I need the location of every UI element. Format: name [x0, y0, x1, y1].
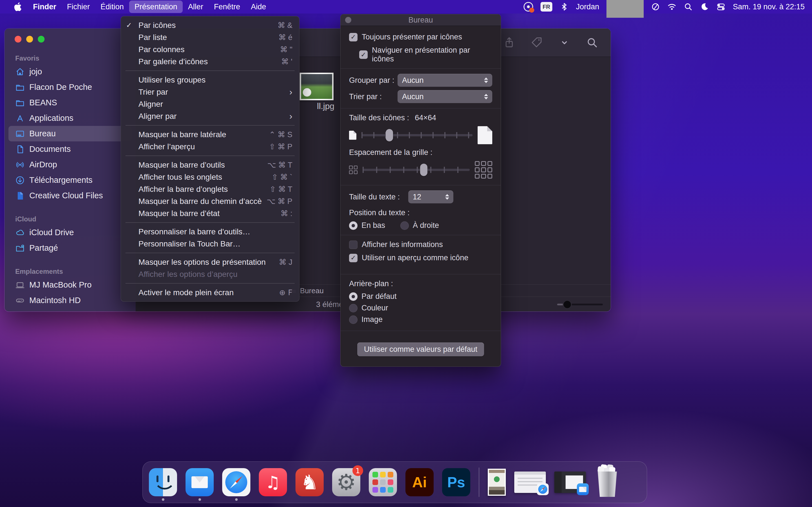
sidebar-item-mj-macbook-pro[interactable]: MJ MacBook Pro: [8, 277, 132, 293]
menu-item-trier-par[interactable]: Trier par›: [121, 86, 299, 98]
apple-menu[interactable]: [8, 1, 28, 13]
browse-icons-checkbox[interactable]: [359, 50, 368, 59]
dock-music[interactable]: ♫: [259, 468, 287, 496]
menu-fichier[interactable]: Fichier: [62, 1, 95, 13]
status-circle-icon[interactable]: [651, 2, 660, 11]
menu-item-par-colonnes[interactable]: Par colonnes⌘ ": [121, 43, 299, 55]
dock-knight-app[interactable]: ♞: [296, 468, 324, 496]
wifi-icon[interactable]: [667, 2, 676, 11]
file-thumbnail[interactable]: [300, 73, 334, 100]
sidebar-item-airdrop[interactable]: AirDrop: [8, 157, 132, 172]
menu-item-utiliser-les-groupes[interactable]: Utiliser les groupes: [121, 74, 299, 86]
use-as-defaults-button[interactable]: Utiliser comme valeurs par défaut: [357, 342, 484, 356]
dock-safari[interactable]: [222, 468, 250, 496]
menu-bar-clock[interactable]: Sam. 19 nov. à 22:15: [733, 3, 805, 11]
panel-title-bar[interactable]: Bureau: [341, 14, 501, 26]
zoom-button[interactable]: [38, 36, 45, 43]
dock-illustrator[interactable]: Ai: [405, 468, 434, 496]
menu-item-masquer-barre-etat[interactable]: Masquer la barre d’état⌘ :: [121, 207, 299, 219]
always-icons-checkbox[interactable]: [349, 33, 357, 41]
spotlight-search-icon[interactable]: [684, 2, 693, 11]
path-location[interactable]: Bureau: [300, 286, 324, 295]
dock-finder[interactable]: [149, 468, 177, 496]
menu-item-mode-plein-ecran[interactable]: Activer le mode plein écran⊕ F: [121, 286, 299, 298]
dock-minimized-mail-window[interactable]: [554, 471, 586, 493]
menu-item-personnaliser-touch-bar[interactable]: Personnaliser la Touch Bar…: [121, 238, 299, 250]
menu-item-masquer-barre-outils[interactable]: Masquer la barre d’outils⌥ ⌘ T: [121, 159, 299, 171]
show-info-checkbox[interactable]: [349, 240, 357, 249]
menu-item-personnaliser-barre-outils[interactable]: Personnaliser la barre d’outils…: [121, 226, 299, 238]
minimized-photo-thumbnail: [488, 469, 506, 496]
sidebar-item-creative-cloud-files[interactable]: Creative Cloud Files: [8, 188, 132, 203]
focus-moon-icon[interactable]: [700, 2, 709, 11]
dock-system-preferences[interactable]: ⚙ 1: [332, 468, 360, 496]
dock-trash[interactable]: [594, 467, 620, 497]
menu-aide[interactable]: Aide: [246, 1, 271, 13]
grid-spacing-slider[interactable]: [363, 164, 470, 176]
user-name[interactable]: Jordan: [576, 3, 599, 11]
menu-item-aligner-par[interactable]: Aligner par›: [121, 110, 299, 122]
menu-item-par-icones[interactable]: ✓Par icônes⌘ &: [121, 19, 299, 31]
menu-item-masquer-chemin-acces[interactable]: Masquer la barre du chemin d’accès⌥ ⌘ P: [121, 195, 299, 207]
menu-item-afficher-tous-onglets[interactable]: Afficher tous les onglets⇧ ⌘ `: [121, 171, 299, 183]
sidebar-item-macintosh-hd[interactable]: Macintosh HD: [8, 293, 132, 308]
menu-item-masquer-barre-laterale[interactable]: Masquer la barre latérale⌃ ⌘ S: [121, 128, 299, 140]
menu-item-aligner[interactable]: Aligner: [121, 98, 299, 110]
dock-mail[interactable]: [186, 468, 214, 496]
share-icon[interactable]: [503, 36, 515, 49]
menu-fenetre[interactable]: Fenêtre: [209, 1, 246, 13]
dock-minimized-safari-window[interactable]: [514, 471, 546, 493]
now-playing-icon[interactable]: [523, 2, 533, 11]
radio-couleur[interactable]: [349, 304, 357, 313]
dock-minimized-photo[interactable]: [488, 469, 506, 496]
control-center-icon[interactable]: [716, 2, 725, 11]
radio-en-bas[interactable]: [349, 221, 357, 230]
tag-icon[interactable]: [530, 36, 543, 49]
close-button[interactable]: [15, 36, 21, 43]
sidebar-item-applications[interactable]: Applications: [8, 110, 132, 126]
menu-finder[interactable]: Finder: [28, 1, 62, 13]
sort-by-select[interactable]: Aucun: [398, 90, 492, 103]
minimize-button[interactable]: [26, 36, 33, 43]
more-actions-chevron-icon[interactable]: [558, 36, 571, 49]
panel-close-button[interactable]: [345, 17, 351, 23]
grid-spacing-slider-thumb[interactable]: [420, 164, 427, 176]
menu-edition[interactable]: Édition: [95, 1, 130, 13]
menu-item-afficher-barre-onglets[interactable]: Afficher la barre d’onglets⇧ ⌘ T: [121, 183, 299, 195]
zoom-slider-knob[interactable]: [563, 300, 572, 309]
sidebar-item-flacon-de-poche[interactable]: Flacon De Poche: [8, 79, 132, 95]
text-position-label: Position du texte :: [349, 209, 410, 217]
sidebar-item-icloud-drive[interactable]: iCloud Drive: [8, 225, 132, 240]
text-size-select[interactable]: 12: [408, 190, 453, 203]
menu-presentation[interactable]: Présentation: [129, 1, 183, 13]
sidebar-item-telechargements[interactable]: Téléchargements: [8, 172, 132, 188]
dock-photoshop[interactable]: Ps: [442, 468, 470, 496]
menu-item-par-liste[interactable]: Par liste⌘ é: [121, 31, 299, 43]
menu-item-par-galerie[interactable]: Par galerie d’icônes⌘ ': [121, 55, 299, 68]
sidebar-item-partage[interactable]: Partagé: [8, 240, 132, 256]
search-icon[interactable]: [586, 36, 598, 49]
group-by-select[interactable]: Aucun: [398, 74, 492, 87]
sidebar-item-jojo[interactable]: jojo: [8, 64, 132, 79]
icon-size-slider-thumb[interactable]: [386, 129, 393, 142]
radio-a-droite[interactable]: [400, 221, 409, 230]
bluetooth-icon[interactable]: [560, 2, 569, 11]
icon-zoom-slider[interactable]: [557, 304, 603, 305]
sidebar-label: Applications: [29, 114, 73, 123]
radio-par-defaut[interactable]: [349, 292, 357, 301]
sidebar-item-documents[interactable]: Documents: [8, 142, 132, 157]
radio-image[interactable]: [349, 316, 357, 324]
input-source-badge[interactable]: FR: [541, 2, 552, 11]
menu-item-masquer-options-presentation[interactable]: Masquer les options de présentation⌘ J: [121, 256, 299, 268]
sidebar-item-beans[interactable]: BEANS: [8, 95, 132, 110]
icon-size-slider[interactable]: [361, 129, 472, 142]
dock-launchpad[interactable]: [369, 468, 397, 496]
menu-aller[interactable]: Aller: [183, 1, 209, 13]
menu-item-afficher-apercu[interactable]: Afficher l’aperçu⇧ ⌘ P: [121, 140, 299, 153]
icon-size-slider-row: [349, 125, 492, 145]
text-size-label: Taille du texte :: [349, 193, 408, 202]
preview-icon-checkbox[interactable]: [349, 254, 357, 262]
sidebar-item-bureau[interactable]: Bureau: [8, 126, 132, 142]
grid-spacing-label: Espacement de la grille :: [349, 148, 433, 157]
a-droite-label: À droite: [413, 221, 439, 230]
